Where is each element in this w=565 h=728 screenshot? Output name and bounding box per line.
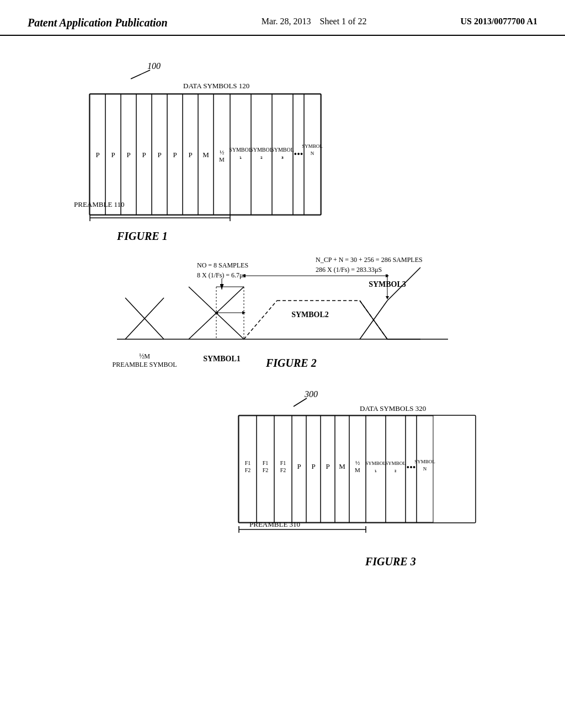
figure3-caption: FIGURE 3 <box>365 555 416 568</box>
main-content: 100 PREAMBLE 110 DATA SYMBOLS 120 P P P … <box>0 36 565 665</box>
svg-text:SYMBOL: SYMBOL <box>365 461 386 466</box>
svg-text:N_CP + N = 30 + 256 = 286 SAMP: N_CP + N = 30 + 256 = 286 SAMPLES <box>316 256 423 264</box>
svg-text:M: M <box>355 467 360 473</box>
svg-text:SYMBOL: SYMBOL <box>414 459 435 464</box>
publication-date: Mar. 28, 2013 <box>262 17 311 26</box>
ref-300: 300 <box>304 389 318 399</box>
patent-diagram-svg: 100 PREAMBLE 110 DATA SYMBOLS 120 P P P … <box>33 47 532 654</box>
svg-text:F2: F2 <box>280 467 286 473</box>
svg-text:₂: ₂ <box>260 154 263 160</box>
svg-text:•••: ••• <box>294 149 303 159</box>
svg-text:F1: F1 <box>280 460 286 466</box>
svg-line-0 <box>131 70 150 79</box>
svg-text:½M: ½M <box>139 352 150 360</box>
svg-text:NO = 8 SAMPLES: NO = 8 SAMPLES <box>197 261 248 269</box>
publication-date-sheet: Mar. 28, 2013 Sheet 1 of 22 <box>262 17 367 26</box>
svg-line-73 <box>294 398 307 406</box>
svg-text:P: P <box>126 151 130 159</box>
svg-line-48 <box>244 301 277 339</box>
svg-text:8 X (1/Fs) = 6.7μs: 8 X (1/Fs) = 6.7μs <box>197 271 246 279</box>
svg-text:N: N <box>423 466 427 472</box>
svg-text:₁: ₁ <box>375 468 377 473</box>
figure2-caption: FIGURE 2 <box>265 357 317 369</box>
svg-text:₃: ₃ <box>281 154 284 160</box>
ref-100: 100 <box>147 61 161 71</box>
svg-text:M: M <box>202 151 209 159</box>
svg-text:SYMBOL2: SYMBOL2 <box>291 311 329 319</box>
svg-text:P: P <box>157 151 161 159</box>
svg-text:₂: ₂ <box>395 468 397 473</box>
svg-text:PREAMBLE SYMBOL: PREAMBLE SYMBOL <box>112 361 177 368</box>
svg-text:F2: F2 <box>245 467 251 473</box>
svg-text:P: P <box>142 151 146 159</box>
svg-text:N: N <box>311 151 315 156</box>
svg-text:SYMBOL: SYMBOL <box>302 143 323 149</box>
diagrams-area: 100 PREAMBLE 110 DATA SYMBOLS 120 P P P … <box>33 47 532 654</box>
svg-text:½: ½ <box>355 459 360 466</box>
svg-text:SYMBOL: SYMBOL <box>271 147 294 153</box>
data-symbols-320-label: DATA SYMBOLS 320 <box>360 404 426 413</box>
svg-text:SYMBOL1: SYMBOL1 <box>203 355 241 363</box>
svg-text:F1: F1 <box>245 460 251 466</box>
publication-title: Patent Application Publication <box>28 17 168 29</box>
svg-text:SYMBOL: SYMBOL <box>385 461 406 466</box>
svg-text:P: P <box>95 151 99 159</box>
svg-text:SYMBOL: SYMBOL <box>250 147 273 153</box>
preamble-110-label: PREAMBLE 110 <box>74 200 125 208</box>
svg-text:F2: F2 <box>263 467 269 473</box>
svg-text:½: ½ <box>220 149 224 156</box>
data-symbols-120-label: DATA SYMBOLS 120 <box>183 82 249 90</box>
svg-text:P: P <box>111 151 115 159</box>
preamble-310-label: PREAMBLE 310 <box>249 520 300 528</box>
svg-text:286 X (1/Fs) = 283.33μS: 286 X (1/Fs) = 283.33μS <box>316 266 382 274</box>
svg-text:SYMBOL: SYMBOL <box>229 147 252 153</box>
svg-text:P: P <box>326 462 329 470</box>
svg-text:P: P <box>297 462 301 470</box>
svg-text:F1: F1 <box>263 460 269 466</box>
svg-text:M: M <box>219 156 225 163</box>
svg-text:₁: ₁ <box>239 154 242 160</box>
svg-text:P: P <box>188 151 192 159</box>
figure1-caption: FIGURE 1 <box>116 230 168 242</box>
svg-text:P: P <box>311 462 315 470</box>
page-header: Patent Application Publication Mar. 28, … <box>0 0 565 36</box>
sheet-info: Sheet 1 of 22 <box>320 17 367 26</box>
svg-text:M: M <box>339 462 345 470</box>
publication-number: US 2013/0077700 A1 <box>460 17 537 26</box>
svg-text:P: P <box>173 151 177 159</box>
